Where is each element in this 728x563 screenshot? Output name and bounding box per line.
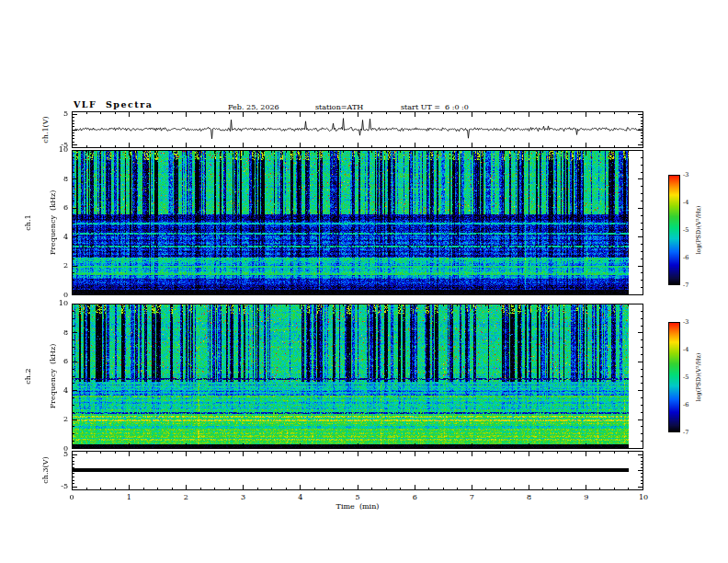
y-tick-label: 6 <box>39 204 68 212</box>
x-tick-label: 9 <box>584 494 588 501</box>
axis-label-line: ch.2 <box>24 344 32 409</box>
y-tick-label: 4 <box>39 234 68 241</box>
y-tick-label: 8 <box>39 176 68 183</box>
x-tick-label: 4 <box>298 494 302 501</box>
colorbar-tick-label: -6 <box>683 401 688 408</box>
colorbar-tick-label: -5 <box>683 226 688 234</box>
vlf-spectra-plot: VLF Spectra Feb. 25, 2026 station=ATH st… <box>0 0 728 563</box>
y-tick-label: 10 <box>39 146 68 154</box>
x-axis-title: Time (min) <box>336 502 380 511</box>
x-tick-label: 2 <box>184 494 188 501</box>
y-tick-label: 10 <box>39 300 68 307</box>
x-tick-label: 5 <box>355 494 359 501</box>
axis-label-line: ch.3(V) <box>41 456 50 483</box>
colorbar-tick-label: -3 <box>683 171 688 178</box>
ch2-frequency-axis-label: ch.2 Frequency (kHz) <box>7 344 74 409</box>
axis-label-line: Frequency (kHz) <box>49 344 57 409</box>
ch3-waveform-panel <box>72 451 643 490</box>
x-tick-label: 3 <box>241 494 245 501</box>
colorbar-tick-label: -7 <box>683 282 688 289</box>
x-tick-label: 0 <box>69 494 74 501</box>
station-label: station=ATH <box>315 103 363 111</box>
x-tick-label: 7 <box>470 494 474 501</box>
colorbar-tick-label: -4 <box>683 346 688 353</box>
y-tick-label: 5 <box>39 110 68 118</box>
ch2-spectrogram-panel <box>72 304 643 449</box>
y-tick-label: 6 <box>39 358 68 365</box>
colorbar-tick-label: -3 <box>683 318 688 326</box>
ch3-voltage-axis-label: ch.3(V) <box>25 456 66 483</box>
colorbar-tick-label: -4 <box>683 199 688 206</box>
ch1-frequency-axis-label: ch.1 Frequency (kHz) <box>7 190 74 256</box>
x-tick-label: 1 <box>127 494 131 501</box>
colorbar-tick-label: -5 <box>683 373 688 381</box>
axis-label-line: Frequency (kHz) <box>49 190 57 256</box>
colorbar-tick-label: -7 <box>683 429 688 436</box>
axis-label-line: ch.1 <box>24 190 32 256</box>
colorbar2-label: log(PSD)(V²/Hz) <box>696 353 702 402</box>
colorbar1-label: log(PSD)(V²/Hz) <box>696 206 702 255</box>
y-tick-label: -5 <box>39 483 68 490</box>
colorbar-ch1 <box>668 175 680 285</box>
axis-label-line: ch.1(V) <box>41 116 50 143</box>
x-tick-label: 6 <box>413 494 417 501</box>
y-tick-label: 2 <box>39 262 68 270</box>
ch1-voltage-axis-label: ch.1(V) <box>25 116 66 143</box>
y-tick-label: 2 <box>39 416 68 423</box>
y-tick-label: 4 <box>39 387 68 395</box>
x-tick-label: 10 <box>639 494 648 501</box>
colorbar-tick-label: -6 <box>683 254 688 261</box>
y-tick-label: 0 <box>39 292 68 299</box>
y-tick-label: 5 <box>39 451 68 458</box>
date-label: Feb. 25, 2026 <box>228 103 279 111</box>
ch1-waveform-panel <box>72 111 643 148</box>
x-tick-label: 8 <box>527 494 531 501</box>
y-tick-label: 8 <box>39 329 68 337</box>
ch1-spectrogram-panel <box>72 150 643 295</box>
colorbar-ch2 <box>668 322 680 432</box>
start-ut-label: start UT = 6 :0 :0 <box>401 103 469 111</box>
plot-title: VLF Spectra <box>74 99 153 109</box>
